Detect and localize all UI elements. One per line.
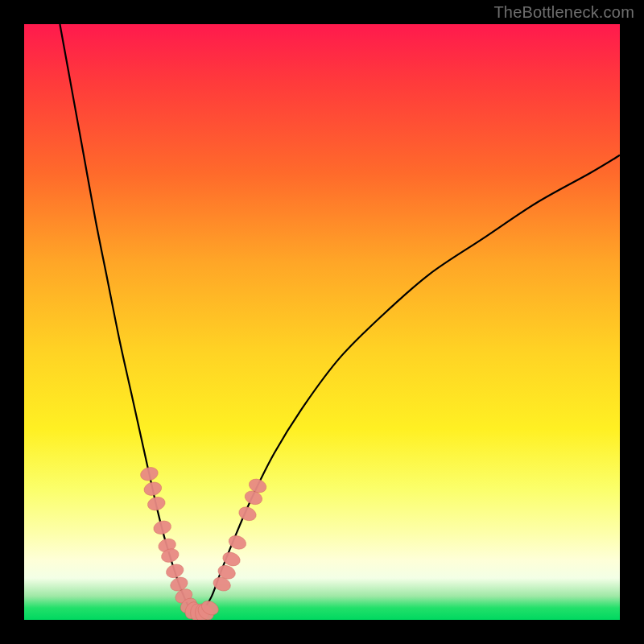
- curve-left-branch: [60, 24, 191, 611]
- curve-group: [60, 24, 620, 611]
- marker: [139, 465, 159, 482]
- marker: [152, 519, 172, 536]
- chart-svg: [24, 24, 620, 620]
- marker: [237, 505, 258, 523]
- chart-frame: TheBottleneck.com: [0, 0, 644, 644]
- plot-area: [24, 24, 620, 620]
- marker: [147, 495, 167, 512]
- curve-right-branch: [203, 155, 620, 611]
- marker: [142, 481, 163, 497]
- marker-group: [139, 465, 268, 620]
- watermark-text: TheBottleneck.com: [493, 3, 634, 22]
